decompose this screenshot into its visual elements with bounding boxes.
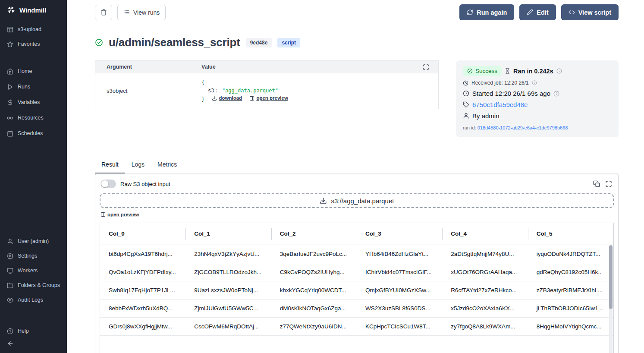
json-kv-line: s3: "agg_data.parquet" bbox=[201, 87, 433, 95]
table-row: Swb8Iq17FqHjoT7P1JL...9UazLsxzsJW0oPToNj… bbox=[100, 281, 613, 299]
column-header: Col_2 bbox=[271, 223, 357, 245]
monitor-icon bbox=[7, 268, 13, 274]
nav-label: Home bbox=[18, 68, 32, 74]
argument-column-header: Argument bbox=[107, 64, 201, 70]
info-icon[interactable] bbox=[532, 80, 537, 85]
tab-metrics[interactable]: Metrics bbox=[151, 157, 183, 173]
sidebar-item-audit-logs[interactable]: Audit Logs bbox=[0, 293, 67, 307]
json-close-line: } download open preview bbox=[201, 95, 433, 104]
table-cell: YHb64iB46ZdHzGIaYt... bbox=[357, 245, 442, 263]
play-icon bbox=[7, 84, 13, 90]
scrollbar-thumb[interactable] bbox=[609, 245, 613, 309]
download-link[interactable]: download bbox=[212, 95, 242, 102]
calendar-icon bbox=[7, 130, 13, 137]
info-icon[interactable] bbox=[553, 91, 559, 97]
table-cell: IChirVbid4c07TmscIGIF... bbox=[357, 263, 442, 281]
view-runs-button[interactable]: View runs bbox=[117, 5, 166, 20]
sidebar-item-schedules[interactable]: Schedules bbox=[0, 126, 67, 141]
sidebar-spacer bbox=[0, 141, 67, 234]
result-table-container: Col_0Col_1Col_2Col_3Col_4Col_5 bt6dp4CgX… bbox=[100, 223, 614, 353]
result-open-preview-link[interactable]: open preview bbox=[101, 212, 139, 217]
sidebar-item-favorites[interactable]: Favorites bbox=[0, 37, 67, 51]
download-icon bbox=[320, 197, 327, 205]
sidebar-item-settings[interactable]: Settings bbox=[0, 249, 67, 263]
expand-args-icon[interactable] bbox=[423, 64, 429, 70]
pencil-icon bbox=[527, 9, 533, 16]
job-id-link[interactable]: 6750c1dfa59ed48e bbox=[472, 101, 528, 108]
table-cell: ZjGCOB9TLLROdzoJkh... bbox=[185, 263, 271, 281]
edit-button[interactable]: Edit bbox=[519, 4, 556, 20]
collapse-sidebar-button[interactable] bbox=[0, 338, 67, 353]
run-author: By admin bbox=[472, 112, 499, 120]
run-id-row: run id: 018d4580-1072-ab29-e6a4-c1de9798… bbox=[463, 125, 612, 130]
raw-s3-toggle[interactable] bbox=[101, 180, 116, 188]
brand-label: Windmill bbox=[19, 6, 46, 14]
table-row: QvOa1oLzKFjYDFPdIxy...ZjGCOB9TLLROdzoJkh… bbox=[100, 263, 613, 281]
sidebar-item-help[interactable]: Help bbox=[0, 324, 67, 338]
table-cell: gdReQhyC8192c05H6k.. bbox=[528, 263, 613, 281]
delete-button[interactable] bbox=[95, 5, 112, 20]
argument-row: s3object { s3: "agg_data.parquet" } down… bbox=[95, 73, 438, 109]
table-cell: 8ebbFxWDxrh5uXdBQ... bbox=[100, 299, 185, 317]
result-table-body: bt6dp4CgXsA19T6hdrj...23hN4qxV3jZkYyAzjv… bbox=[100, 245, 613, 335]
result-table-head-row: Col_0Col_1Col_2Col_3Col_4Col_5 bbox=[100, 223, 613, 245]
argument-value-json: { s3: "agg_data.parquet" } download open… bbox=[201, 79, 433, 104]
view-script-button[interactable]: View script bbox=[561, 4, 619, 20]
table-cell: QmjxGfBYUI0MGzXSw... bbox=[357, 281, 442, 299]
view-runs-label: View runs bbox=[133, 9, 160, 16]
table-cell: jLThBTbOBJODIc65Iw1... bbox=[528, 299, 613, 317]
table-cell: xUGOt76ORGrAAHaqa... bbox=[442, 263, 528, 281]
tab-logs[interactable]: Logs bbox=[125, 157, 151, 173]
eye-icon bbox=[7, 297, 13, 303]
run-again-button[interactable]: Run again bbox=[459, 4, 514, 20]
nav-label: Schedules bbox=[18, 130, 43, 136]
sidebar-item-workers[interactable]: Workers bbox=[0, 263, 67, 278]
table-cell: iyqoODoNk4JRDQTZT... bbox=[528, 245, 613, 263]
table-cell: R6cfTAYtd27xZeRHkco... bbox=[442, 281, 528, 299]
info-icon[interactable] bbox=[556, 68, 562, 74]
help-label: Help bbox=[18, 328, 29, 334]
sidebar-item-runs[interactable]: Runs bbox=[0, 79, 67, 95]
sidebar-item-home[interactable]: Home bbox=[0, 63, 67, 79]
arguments-table: Argument Value s3object { s3: "agg_data.… bbox=[95, 60, 439, 109]
status-card: Success Ran in 0.242s Received job: 12:2… bbox=[456, 60, 619, 137]
table-scrollbar[interactable] bbox=[609, 245, 613, 353]
hash-badge[interactable]: 9ed48e bbox=[246, 38, 272, 47]
table-cell: 3qeBarIueJF2uvc9PoLc... bbox=[271, 245, 357, 263]
tab-result[interactable]: Result bbox=[95, 157, 125, 173]
table-cell: C9kGvPOQZs2IUHyhg... bbox=[271, 263, 357, 281]
expand-result-icon[interactable] bbox=[605, 180, 612, 187]
script-kind-badge: script bbox=[277, 38, 300, 47]
workspace-selector[interactable]: s3-upload bbox=[0, 22, 67, 37]
json-colon: : bbox=[214, 88, 219, 94]
table-cell: QvOa1oLzKFjYDFPdIxy... bbox=[100, 263, 185, 281]
edit-label: Edit bbox=[537, 9, 548, 16]
table-cell: 2aDtSgtIqMnjjM74y8U... bbox=[442, 245, 528, 263]
brand[interactable]: Windmill bbox=[0, 0, 67, 22]
infinity-icon bbox=[7, 115, 13, 121]
copy-icon[interactable] bbox=[593, 180, 600, 187]
table-cell: 9UazLsxzsJW0oPToNj... bbox=[185, 281, 271, 299]
code-icon bbox=[569, 9, 575, 16]
workspace-label: s3-upload bbox=[18, 26, 41, 32]
table-cell: bt6dp4CgXsA19T6hdrj... bbox=[100, 245, 185, 263]
run-id-link[interactable]: 018d4580-1072-ab29-e6a4-c1de9798b668 bbox=[478, 125, 568, 130]
table-cell: Swb8Iq17FqHjoT7P1JL... bbox=[100, 281, 185, 299]
s3-file-download-area[interactable]: s3://agg_data.parquet bbox=[100, 193, 614, 208]
run-duration: Ran in 0.242s bbox=[513, 68, 553, 75]
sidebar-item-variables[interactable]: Variables bbox=[0, 95, 67, 110]
table-cell: dM0sKikNOTaqGx6Zga... bbox=[271, 299, 357, 317]
table-cell: 23hN4qxV3jZkYyAzjvU... bbox=[185, 245, 271, 263]
result-table: Col_0Col_1Col_2Col_3Col_4Col_5 bt6dp4CgX… bbox=[100, 223, 613, 336]
table-cell: GDrs0j8wXXgfHgjjMtw... bbox=[100, 317, 185, 335]
nav-label: Variables bbox=[18, 99, 40, 105]
sidebar-nav: Home Runs Variables Resources Schedules bbox=[0, 63, 67, 141]
sidebar-item-folders-groups[interactable]: Folders & Groups bbox=[0, 278, 67, 293]
clock-icon bbox=[463, 80, 468, 86]
column-header: Col_3 bbox=[357, 223, 442, 245]
open-preview-link[interactable]: open preview bbox=[249, 95, 288, 102]
run-id-label: run id: bbox=[463, 125, 476, 130]
sidebar-item-user[interactable]: User (admin) bbox=[0, 234, 67, 249]
raw-s3-toggle-label: Raw S3 object input bbox=[120, 181, 170, 187]
sidebar-item-resources[interactable]: Resources bbox=[0, 110, 67, 126]
